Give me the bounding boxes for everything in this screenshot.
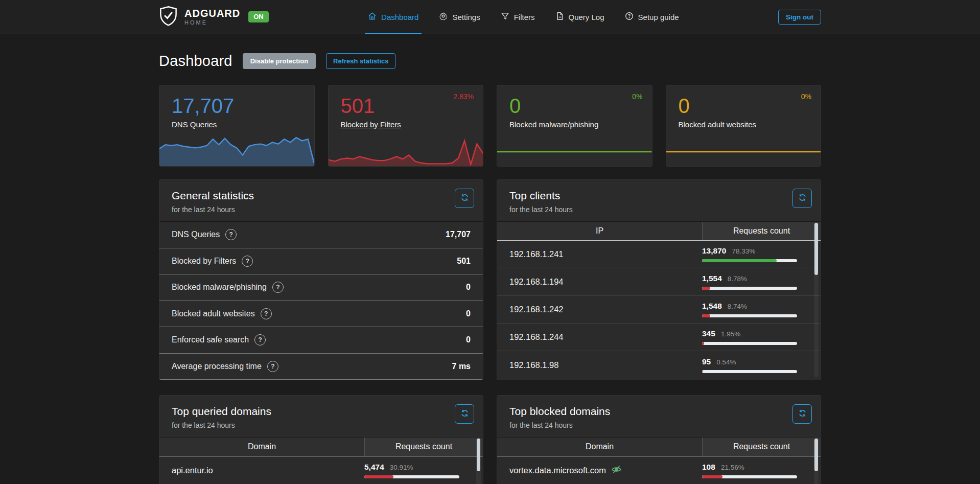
nav-item-filters[interactable]: Filters	[501, 0, 535, 34]
stat-row-value: 7 ms	[452, 362, 471, 371]
panel-title: Top blocked domains	[509, 405, 808, 418]
shield-check-icon	[159, 6, 178, 29]
client-ip-link[interactable]: 192.168.1.241	[497, 249, 702, 259]
help-icon[interactable]: ?	[272, 282, 284, 293]
requests-percent: 0.54%	[716, 358, 736, 366]
stat-row: Blocked malware/phishing ? 0	[159, 274, 483, 301]
column-header-ip: IP	[497, 222, 702, 240]
question-circle-icon	[625, 12, 634, 22]
refresh-panel-button[interactable]	[792, 189, 812, 208]
nav-item-settings[interactable]: Settings	[439, 0, 480, 34]
table-row: 192.168.1.194 1,554 8.78%	[497, 268, 821, 296]
column-header-domain: Domain	[159, 437, 364, 456]
refresh-icon	[798, 409, 807, 419]
stat-row-label: Blocked malware/phishing	[172, 283, 267, 292]
requests-percent: 1.95%	[721, 330, 740, 338]
scrollbar-track[interactable]	[814, 437, 819, 484]
disable-protection-button[interactable]: Disable protection	[243, 53, 316, 69]
stat-label: DNS Queries	[172, 120, 302, 129]
table-header: Domain Requests count	[159, 437, 483, 456]
refresh-statistics-button[interactable]: Refresh statistics	[326, 53, 395, 69]
stat-value: 17,707	[172, 94, 302, 118]
stat-card-blocked-malware: 0% 0 Blocked malware/phishing	[497, 85, 652, 167]
requests-count: 5,474	[364, 463, 384, 472]
top-queried-domains-panel: Top queried domains for the last 24 hour…	[159, 395, 483, 484]
stat-card-blocked-by-filters: 2.83% 501 Blocked by Filters	[328, 85, 484, 167]
refresh-panel-button[interactable]	[455, 189, 474, 208]
progress-bar	[702, 259, 797, 262]
nav-item-label: Settings	[452, 13, 480, 21]
nav-item-query-log[interactable]: Query Log	[555, 0, 604, 34]
nav-item-label: Setup guide	[638, 13, 679, 21]
refresh-icon	[798, 193, 807, 203]
stat-value: 0	[679, 94, 809, 118]
column-header-requests-count: Requests count	[702, 437, 821, 456]
top-clients-panel: Top clients for the last 24 hours IP Req…	[497, 179, 821, 380]
progress-bar	[702, 342, 797, 345]
funnel-icon	[501, 12, 509, 22]
help-icon[interactable]: ?	[225, 229, 237, 240]
help-icon[interactable]: ?	[267, 361, 278, 372]
requests-percent: 8.74%	[728, 303, 747, 310]
stat-row-label: Enforced safe search	[172, 335, 249, 344]
stat-row-value: 501	[457, 257, 471, 266]
help-icon[interactable]: ?	[261, 308, 272, 319]
progress-bar	[364, 475, 459, 478]
client-ip-link[interactable]: 192.168.1.242	[497, 305, 702, 314]
adguard-logo[interactable]: ADGUARD HOME	[159, 6, 240, 29]
progress-bar	[702, 287, 797, 290]
client-ip-link[interactable]: 192.168.1.98	[497, 360, 702, 370]
stat-label: Blocked malware/phishing	[509, 120, 640, 129]
progress-bar	[702, 314, 797, 317]
sparkline-chart	[666, 146, 821, 166]
table-row: 192.168.1.244 345 1.95%	[497, 324, 821, 351]
requests-count: 345	[702, 329, 715, 338]
document-icon	[555, 12, 564, 22]
stat-cards-row: 17,707 DNS Queries 2.83% 501 Blocked by …	[159, 85, 821, 167]
stat-card-blocked-adult: 0% 0 Blocked adult websites	[666, 85, 822, 167]
tracker-blocked-icon	[611, 464, 622, 477]
help-icon[interactable]: ?	[254, 334, 266, 345]
refresh-panel-button[interactable]	[792, 404, 812, 424]
scrollbar-thumb[interactable]	[814, 439, 818, 471]
panel-subtitle: for the last 24 hours	[172, 421, 471, 429]
navbar: ADGUARD HOME ON Dashboard	[0, 0, 980, 34]
refresh-panel-button[interactable]	[455, 404, 474, 424]
top-clients-table: 192.168.1.241 13,870 78.33% 192.168.1.19…	[497, 241, 821, 379]
home-icon	[368, 12, 377, 22]
blocked-by-filters-link[interactable]: Blocked by Filters	[341, 120, 471, 129]
table-row: api.entur.io 5,474 30.91%	[159, 456, 483, 484]
panel-title: General statistics	[172, 190, 471, 202]
top-blocked-table: vortex.data.microsoft.com 108	[497, 456, 821, 484]
help-icon[interactable]: ?	[242, 256, 253, 267]
domain-link[interactable]: vortex.data.microsoft.com	[497, 464, 702, 477]
stat-row: Blocked adult websites ? 0	[159, 301, 483, 328]
sparkline-chart	[497, 146, 652, 166]
column-header-requests-count: Requests count	[364, 437, 483, 456]
general-statistics-panel: General statistics for the last 24 hours…	[159, 179, 483, 380]
sparkline-chart	[329, 134, 483, 166]
domain-link[interactable]: api.entur.io	[159, 466, 364, 475]
panel-title: Top queried domains	[172, 405, 471, 418]
stat-card-dns-queries: 17,707 DNS Queries	[159, 85, 315, 167]
sparkline-chart	[159, 134, 314, 166]
scrollbar-thumb[interactable]	[477, 439, 480, 471]
general-statistics-list: DNS Queries ? 17,707 Blocked by Filters …	[159, 221, 483, 380]
scrollbar-track[interactable]	[476, 437, 481, 484]
sign-out-button[interactable]: Sign out	[778, 10, 821, 25]
table-header: IP Requests count	[497, 221, 821, 241]
column-header-domain: Domain	[497, 437, 702, 456]
table-row: 192.168.1.241 13,870 78.33%	[497, 241, 821, 268]
nav-item-setup-guide[interactable]: Setup guide	[625, 0, 679, 34]
scrollbar-track[interactable]	[814, 222, 819, 377]
stat-row: Enforced safe search ? 0	[159, 327, 483, 354]
stat-value: 501	[341, 94, 471, 118]
progress-bar	[702, 370, 797, 373]
stat-row: DNS Queries ? 17,707	[159, 222, 483, 248]
domain-text: vortex.data.microsoft.com	[509, 466, 606, 475]
requests-percent: 21.56%	[721, 464, 744, 471]
nav-item-dashboard[interactable]: Dashboard	[368, 0, 418, 34]
client-ip-link[interactable]: 192.168.1.194	[497, 277, 702, 287]
scrollbar-thumb[interactable]	[814, 223, 818, 275]
client-ip-link[interactable]: 192.168.1.244	[497, 332, 702, 342]
